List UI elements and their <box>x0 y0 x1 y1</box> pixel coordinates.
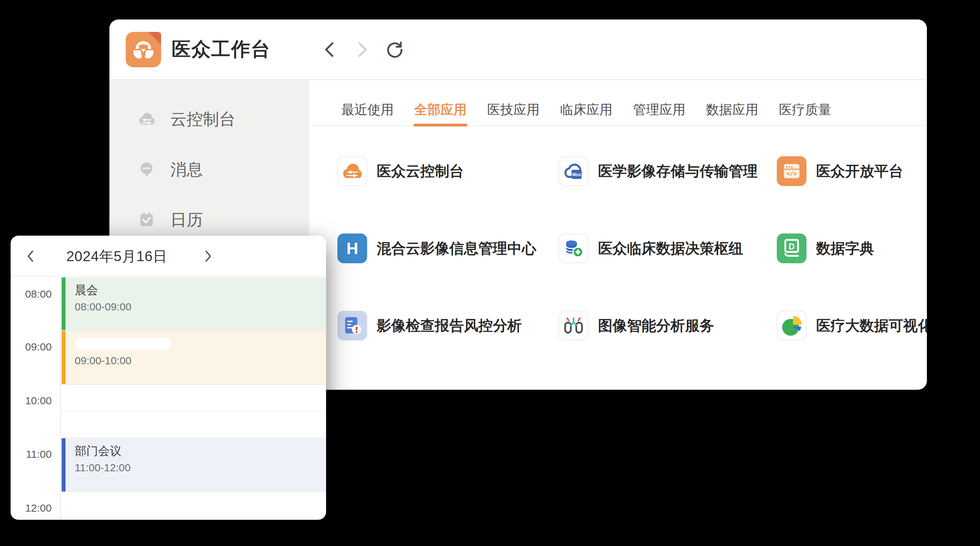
browser-nav <box>320 40 404 59</box>
cloud-settings-icon <box>136 109 157 130</box>
hour-label: 11:00 <box>26 448 52 460</box>
tab-medtech-apps[interactable]: 医技应用 <box>487 101 540 119</box>
tab-quality[interactable]: 医疗质量 <box>778 101 832 119</box>
pie-chart-icon <box>777 311 807 340</box>
tab-data-apps[interactable]: 数据应用 <box>705 101 759 119</box>
screen: 医众工作台 <box>0 0 980 546</box>
report-risk-alert-icon <box>337 311 367 340</box>
sidebar-item-label: 消息 <box>170 159 203 181</box>
app-logo-icon <box>126 32 161 67</box>
app-cloud-console[interactable]: 医众云控制台 <box>337 156 559 186</box>
tab-admin-apps[interactable]: 管理应用 <box>632 101 686 119</box>
cloud-console-icon <box>337 156 367 186</box>
app-label: 医众开放平台 <box>816 161 903 181</box>
app-clinical-data-hub[interactable]: 医众临床数据决策枢纽 <box>559 233 777 263</box>
svg-text:H: H <box>346 239 358 258</box>
data-dictionary-book-icon: D <box>777 233 807 263</box>
message-bubble-icon <box>136 159 157 181</box>
app-image-ai-service[interactable]: 图像智能分析服务 <box>559 311 777 340</box>
app-label: 图像智能分析服务 <box>598 316 714 335</box>
app-label: 影像检查报告风控分析 <box>377 316 522 335</box>
sidebar-item-label: 日历 <box>170 209 203 231</box>
event-title: 部门会议 <box>75 443 326 459</box>
hour-label: 12:00 <box>25 502 52 514</box>
tab-clinical-apps[interactable]: 临床应用 <box>559 101 613 119</box>
calendar-next-button[interactable] <box>197 236 219 277</box>
clinical-database-icon <box>559 233 589 263</box>
forward-button[interactable] <box>353 40 371 59</box>
app-hybrid-cloud-center[interactable]: H 混合云影像信息管理中心 <box>337 233 559 263</box>
calendar-header: 2024年5月16日 <box>11 236 326 277</box>
app-label: 医众临床数据决策枢纽 <box>598 239 743 258</box>
app-label: 医众云控制台 <box>377 161 464 181</box>
calendar-prev-button[interactable] <box>20 236 41 277</box>
time-column: 08:00 09:00 10:00 11:00 12:00 <box>11 277 61 519</box>
events-layer: 晨会 08:00-09:00 09:00-10:00 部门会议 11:00-12… <box>62 277 326 519</box>
sidebar-item-messages[interactable]: 消息 <box>136 145 309 195</box>
calendar-check-icon <box>136 209 157 231</box>
app-label: 医疗大数据可视化 <box>816 316 927 335</box>
content-area: 最近使用 全部应用 医技应用 临床应用 管理应用 数据应用 医疗质量 <box>309 80 927 389</box>
event-department-meeting[interactable]: 部门会议 11:00-12:00 <box>62 438 326 492</box>
open-platform-code-icon: </> <box>777 156 807 186</box>
event-time: 08:00-09:00 <box>75 301 326 313</box>
window-header: 医众工作台 <box>110 19 927 80</box>
event-time: 09:00-10:00 <box>75 354 326 367</box>
calendar-date: 2024年5月16日 <box>43 236 191 277</box>
app-open-platform[interactable]: </> 医众开放平台 <box>777 156 927 186</box>
tab-all-apps[interactable]: 全部应用 <box>414 101 467 119</box>
app-label: 数据字典 <box>816 239 874 258</box>
back-button[interactable] <box>320 40 339 59</box>
app-title: 医众工作台 <box>172 37 271 62</box>
mos-cloud-icon: Mos <box>559 156 589 186</box>
hour-label: 10:00 <box>25 395 52 407</box>
hour-label: 08:00 <box>25 288 52 300</box>
event-title: 晨会 <box>75 283 326 298</box>
svg-text:</>: </> <box>787 171 797 177</box>
app-label: 医学影像存储与传输管理 <box>598 161 758 181</box>
event-time: 11:00-12:00 <box>75 462 326 474</box>
hybrid-cloud-h-icon: H <box>337 233 367 263</box>
app-report-risk-analysis[interactable]: 影像检查报告风控分析 <box>337 311 559 340</box>
svg-text:D: D <box>789 242 794 251</box>
app-label: 混合云影像信息管理中心 <box>377 239 536 258</box>
calendar-day-view: 08:00 09:00 10:00 11:00 12:00 晨会 08:00-0… <box>11 277 326 519</box>
app-grid: 医众云控制台 Mos 医学影像存储与传输管理 <box>337 156 927 388</box>
tab-recent[interactable]: 最近使用 <box>340 101 395 119</box>
sidebar-item-cloud-console[interactable]: 云控制台 <box>136 94 309 145</box>
tab-bar: 最近使用 全部应用 医技应用 临床应用 管理应用 数据应用 医疗质量 <box>309 80 927 126</box>
sidebar-item-label: 云控制台 <box>170 109 235 130</box>
event-redacted[interactable]: 09:00-10:00 <box>62 331 326 384</box>
lungs-ai-icon <box>559 311 589 340</box>
svg-text:Mos: Mos <box>572 172 581 177</box>
app-data-dictionary[interactable]: D 数据字典 <box>777 233 927 263</box>
event-morning-meeting[interactable]: 晨会 08:00-09:00 <box>62 278 326 330</box>
app-bigdata-visualization[interactable]: 医疗大数据可视化 <box>777 311 927 340</box>
app-imaging-pacs[interactable]: Mos 医学影像存储与传输管理 <box>559 156 777 186</box>
hour-label: 09:00 <box>25 341 52 353</box>
refresh-button[interactable] <box>385 40 404 59</box>
event-title-redacted-pill <box>75 338 171 350</box>
calendar-panel: 2024年5月16日 08:00 09:00 10:00 11:00 12:00 <box>11 236 326 520</box>
